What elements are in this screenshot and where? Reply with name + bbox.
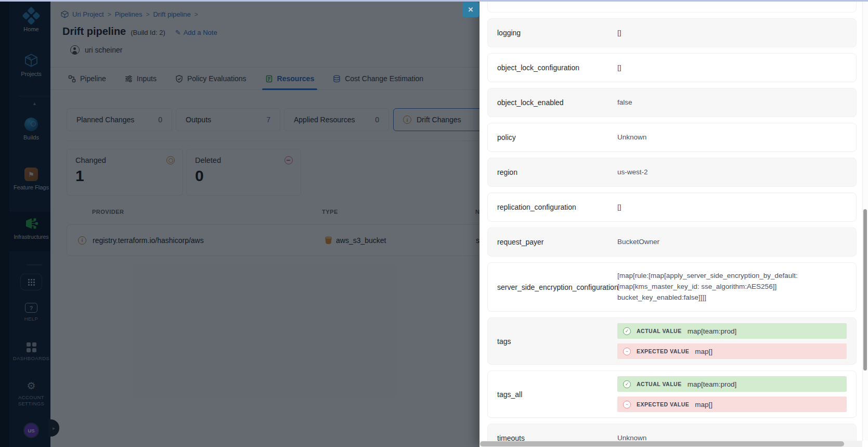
vertical-scrollbar-thumb[interactable] [863, 209, 867, 371]
attribute-row-tags-all: tags_all ✓ ACTUAL VALUE map[team:prod] −… [487, 371, 857, 418]
drawer-close-button[interactable]: ✕ [462, 2, 479, 17]
attribute-row-logging: logging [] [487, 18, 857, 47]
horizontal-scrollbar [480, 441, 862, 447]
actual-value-badge: ✓ ACTUAL VALUE map[team:prod] [617, 376, 847, 392]
attribute-row-object-lock-enabled: object_lock_enabled false [487, 88, 857, 117]
attribute-key: object_lock_enabled [497, 98, 617, 107]
badge-value: map[] [695, 348, 712, 355]
attribute-key: region [497, 168, 617, 176]
badge-value: map[] [695, 401, 712, 408]
attribute-row-object-lock-configuration: object_lock_configuration [] [487, 53, 857, 82]
minus-circle-icon: − [623, 401, 631, 408]
attribute-key: logging [497, 29, 617, 37]
attribute-row-request-payer: request_payer BucketOwner [487, 227, 857, 257]
drift-details-drawer: logging [] object_lock_configuration [] … [480, 0, 868, 447]
attribute-key: request_payer [497, 238, 617, 246]
diff-values: ✓ ACTUAL VALUE map[team:prod] − EXPECTED… [617, 318, 847, 364]
badge-label: EXPECTED VALUE [637, 401, 689, 407]
attribute-row-policy: policy Unknown [487, 123, 857, 152]
attribute-key: tags [497, 337, 617, 346]
close-icon: ✕ [468, 6, 474, 14]
partial-row [487, 0, 857, 12]
badge-label: EXPECTED VALUE [637, 348, 689, 354]
attribute-key: policy [497, 133, 617, 142]
badge-label: ACTUAL VALUE [637, 381, 682, 387]
attribute-row-tags: tags ✓ ACTUAL VALUE map[team:prod] − EXP… [487, 317, 857, 365]
actual-value-badge: ✓ ACTUAL VALUE map[team:prod] [617, 323, 847, 339]
check-circle-icon: ✓ [623, 380, 631, 388]
attribute-value: BucketOwner [617, 237, 827, 248]
badge-value: map[team:prod] [688, 380, 737, 388]
vertical-scrollbar [862, 0, 868, 441]
drawer-scroll-area: logging [] object_lock_configuration [] … [487, 0, 857, 447]
attribute-row-server-side-encryption: server_side_encryption_configuration [ma… [487, 262, 857, 312]
attribute-value: [] [617, 62, 827, 73]
expected-value-badge: − EXPECTED VALUE map[] [617, 397, 847, 412]
attribute-row-replication-configuration: replication_configuration [] [487, 193, 857, 222]
attribute-value: false [617, 97, 827, 108]
horizontal-scrollbar-thumb[interactable] [480, 441, 844, 446]
diff-values: ✓ ACTUAL VALUE map[team:prod] − EXPECTED… [617, 371, 847, 417]
attribute-value: us-west-2 [617, 167, 827, 178]
badge-value: map[team:prod] [688, 327, 737, 335]
badge-label: ACTUAL VALUE [637, 328, 682, 334]
attribute-key: server_side_encryption_configuration [497, 283, 617, 291]
minus-circle-icon: − [623, 348, 631, 355]
check-circle-icon: ✓ [623, 327, 631, 335]
attribute-row-region: region us-west-2 [487, 158, 857, 187]
attribute-value: [] [617, 202, 827, 213]
attribute-key: object_lock_configuration [497, 63, 617, 72]
attribute-value: [] [617, 28, 827, 39]
attribute-value: Unknown [617, 132, 827, 143]
window-top-strip [0, 0, 868, 2]
expected-value-badge: − EXPECTED VALUE map[] [617, 343, 847, 359]
modal-overlay[interactable] [0, 0, 480, 447]
attribute-key: replication_configuration [497, 203, 617, 211]
attribute-key: tags_all [497, 390, 617, 399]
attribute-value: [map[rule:[map[apply_server_side_encrypt… [617, 271, 827, 303]
